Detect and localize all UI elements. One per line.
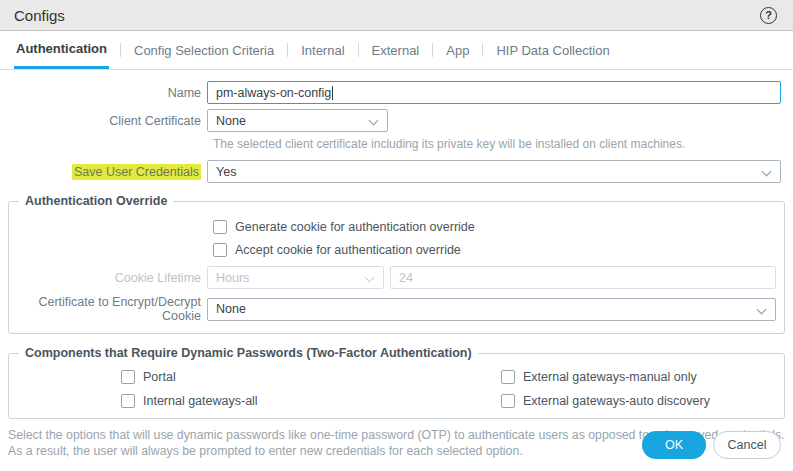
tab-separator [482, 43, 483, 57]
tab-bar: Authentication Config Selection Criteria… [0, 31, 793, 70]
external-gateways-manual-row: External gateways-manual only [501, 370, 780, 384]
tab-separator [120, 43, 121, 57]
external-gateways-manual-label: External gateways-manual only [523, 370, 697, 384]
cookie-lifetime-label: Cookie Lifetime [9, 271, 207, 285]
portal-row: Portal [121, 370, 501, 384]
chevron-down-icon [757, 304, 767, 314]
tab-separator [287, 43, 288, 57]
dynamic-passwords-legend: Components that Require Dynamic Password… [19, 346, 478, 360]
chevron-down-icon [762, 167, 772, 177]
client-certificate-row: Client Certificate None [0, 109, 793, 132]
chevron-down-icon [369, 116, 379, 126]
external-gateways-auto-label: External gateways-auto discovery [523, 394, 710, 408]
name-input-value: pm-always-on-config [216, 86, 331, 100]
cookie-lifetime-value: 24 [399, 271, 413, 285]
dynamic-passwords-group: Components that Require Dynamic Password… [8, 346, 785, 419]
dialog-footer: OK Cancel [642, 431, 781, 459]
cancel-button[interactable]: Cancel [713, 431, 781, 459]
cookie-lifetime-unit-select: Hours [207, 266, 384, 289]
external-gateways-manual-checkbox[interactable] [501, 370, 515, 384]
form-content: Name pm-always-on-config Client Certific… [0, 70, 793, 459]
tab-config-selection-criteria[interactable]: Config Selection Criteria [132, 31, 276, 69]
client-certificate-label: Client Certificate [0, 114, 207, 128]
save-user-credentials-label: Save User Credentials [0, 165, 207, 179]
certificate-cookie-label: Certificate to Encrypt/Decrypt Cookie [9, 295, 207, 323]
accept-cookie-row: Accept cookie for authentication overrid… [213, 243, 780, 257]
name-label: Name [0, 86, 207, 100]
accept-cookie-label: Accept cookie for authentication overrid… [235, 243, 461, 257]
help-icon[interactable]: ? [760, 7, 777, 24]
accept-cookie-checkbox[interactable] [213, 243, 227, 257]
configs-dialog: Configs ? Authentication Config Selectio… [0, 0, 793, 471]
ok-button[interactable]: OK [642, 431, 706, 459]
external-gateways-auto-row: External gateways-auto discovery [501, 394, 780, 408]
dialog-title: Configs [14, 7, 65, 24]
tab-authentication[interactable]: Authentication [14, 31, 109, 69]
dialog-header: Configs ? [0, 0, 793, 31]
chevron-down-icon [365, 273, 375, 283]
internal-gateways-all-row: Internal gateways-all [121, 394, 501, 408]
name-row: Name pm-always-on-config [0, 81, 793, 104]
client-certificate-value: None [216, 114, 246, 128]
portal-label: Portal [143, 370, 176, 384]
internal-gateways-all-checkbox[interactable] [121, 394, 135, 408]
save-user-credentials-value: Yes [216, 165, 236, 179]
tab-hip-data-collection[interactable]: HIP Data Collection [494, 31, 611, 69]
save-user-credentials-row: Save User Credentials Yes [0, 160, 793, 183]
text-caret [332, 86, 333, 100]
tab-external[interactable]: External [370, 31, 422, 69]
tab-app[interactable]: App [444, 31, 471, 69]
certificate-cookie-row: Certificate to Encrypt/Decrypt Cookie No… [9, 295, 780, 323]
tab-separator [358, 43, 359, 57]
client-certificate-select[interactable]: None [207, 109, 388, 132]
name-input[interactable]: pm-always-on-config [207, 81, 781, 104]
cookie-lifetime-unit-value: Hours [216, 271, 249, 285]
save-user-credentials-select[interactable]: Yes [207, 160, 781, 183]
search-highlight: Save User Credentials [72, 164, 201, 180]
generate-cookie-row: Generate cookie for authentication overr… [213, 220, 780, 234]
certificate-cookie-select[interactable]: None [207, 298, 776, 321]
authentication-override-legend: Authentication Override [19, 194, 173, 208]
tab-internal[interactable]: Internal [299, 31, 346, 69]
dynamic-passwords-grid: Portal External gateways-manual only Int… [121, 370, 780, 408]
generate-cookie-label: Generate cookie for authentication overr… [235, 220, 475, 234]
cookie-lifetime-row: Cookie Lifetime Hours 24 [9, 266, 780, 289]
client-certificate-help: The selected client certificate includin… [213, 137, 781, 151]
cookie-lifetime-input: 24 [390, 266, 776, 289]
portal-checkbox[interactable] [121, 370, 135, 384]
authentication-override-group: Authentication Override Generate cookie … [8, 194, 785, 334]
tab-separator [432, 43, 433, 57]
internal-gateways-all-label: Internal gateways-all [143, 394, 258, 408]
generate-cookie-checkbox[interactable] [213, 220, 227, 234]
external-gateways-auto-checkbox[interactable] [501, 394, 515, 408]
certificate-cookie-value: None [216, 302, 246, 316]
